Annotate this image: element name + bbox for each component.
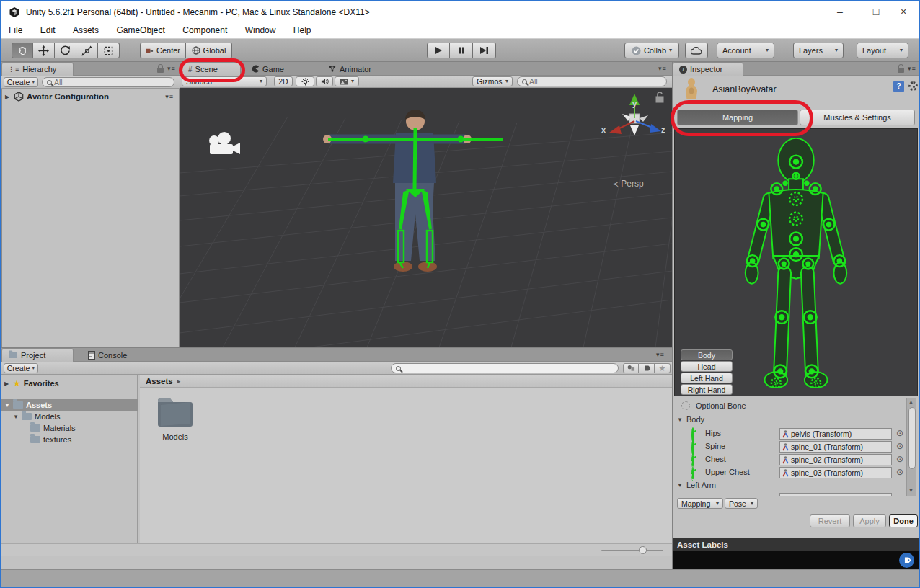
lighting-toggle-button[interactable] xyxy=(296,76,314,86)
tab-mapping[interactable]: Mapping xyxy=(677,110,798,125)
pause-button[interactable] xyxy=(450,43,473,58)
mapping-menu-button[interactable]: Mapping▾ xyxy=(677,498,723,509)
hand-tool-button[interactable] xyxy=(12,43,33,58)
thumbnail-zoom-slider-thumb[interactable] xyxy=(639,546,647,554)
hierarchy-create-button[interactable]: Create▾ xyxy=(4,77,38,87)
rect-tool-button[interactable] xyxy=(98,43,120,58)
tab-hierarchy[interactable]: ⋮≡ Hierarchy xyxy=(1,62,74,76)
asset-grid[interactable]: Models xyxy=(140,388,672,543)
step-button[interactable] xyxy=(473,43,496,58)
body-part-button-left-hand[interactable]: Left Hand xyxy=(681,373,733,383)
scroll-down-icon[interactable]: ▼ xyxy=(908,488,914,493)
maximize-button[interactable]: □ xyxy=(861,1,891,22)
inspector-lock-icon[interactable] xyxy=(898,68,904,73)
minimize-button[interactable]: – xyxy=(825,1,855,22)
tag-icon xyxy=(643,365,650,372)
tree-item-assets[interactable]: ▼ Assets xyxy=(1,399,138,411)
close-button[interactable]: × xyxy=(888,1,919,22)
perspective-toggle[interactable]: ≺ Persp xyxy=(612,179,644,189)
menu-assets[interactable]: Assets xyxy=(66,23,106,37)
hierarchy-item-avatar-configuration[interactable]: ▶ Avatar Configuration ▾≡ xyxy=(5,91,178,102)
gear-icon[interactable] xyxy=(908,81,918,91)
asset-item-models-folder[interactable]: Models xyxy=(153,396,198,453)
tab-project[interactable]: Project xyxy=(1,348,74,362)
tab-console[interactable]: Console xyxy=(82,348,149,362)
tab-scene[interactable]: # Scene xyxy=(182,62,241,76)
layout-dropdown[interactable]: Layout ▾ xyxy=(857,43,908,58)
breadcrumb-assets[interactable]: Assets xyxy=(146,377,173,386)
axis-x-label[interactable]: x xyxy=(601,125,606,134)
object-picker-icon[interactable]: ⊙ xyxy=(896,428,903,438)
body-part-button-right-hand[interactable]: Right Hand xyxy=(681,384,733,395)
revert-button[interactable]: Revert xyxy=(810,514,850,527)
hierarchy-search-input[interactable]: All xyxy=(42,77,174,87)
bone-object-field[interactable]: spine_01 (Transform) xyxy=(779,441,892,453)
body-part-button-body[interactable]: Body xyxy=(681,349,733,360)
rotate-tool-button[interactable] xyxy=(55,43,76,58)
bone-list-scrollbar[interactable]: ▲ ▼ xyxy=(906,398,916,496)
help-icon[interactable]: ? xyxy=(893,81,904,92)
menu-gameobject[interactable]: GameObject xyxy=(109,23,172,37)
tree-item-materials[interactable]: Materials xyxy=(30,422,136,434)
2d-toggle-button[interactable]: 2D xyxy=(274,76,293,86)
body-part-button-head[interactable]: Head xyxy=(681,361,733,372)
search-by-type-button[interactable] xyxy=(623,363,639,373)
menu-file[interactable]: File xyxy=(1,23,30,37)
axis-z-label[interactable]: z xyxy=(661,125,665,134)
menu-edit[interactable]: Edit xyxy=(33,23,63,37)
project-panel-menu-icon[interactable]: ▾≡ xyxy=(656,351,665,358)
bone-object-field[interactable]: spine_02 (Transform) xyxy=(779,454,892,466)
object-picker-icon[interactable]: ⊙ xyxy=(896,454,903,464)
audio-toggle-button[interactable] xyxy=(316,76,333,86)
scene-viewport[interactable]: ≺ Persp y x z xyxy=(180,88,672,347)
tab-game[interactable]: Game xyxy=(246,62,306,76)
account-dropdown[interactable]: Account ▾ xyxy=(717,43,774,58)
pivot-toggle-button[interactable]: Center xyxy=(140,43,186,58)
tree-item-textures[interactable]: textures xyxy=(30,434,136,445)
cloud-button[interactable] xyxy=(685,43,708,58)
project-create-button[interactable]: Create▾ xyxy=(4,363,38,373)
gizmos-dropdown[interactable]: Gizmos▾ xyxy=(472,76,513,86)
tab-inspector[interactable]: i Inspector xyxy=(673,62,743,76)
favorites-filter-button[interactable]: ★ xyxy=(655,363,671,373)
scene-search-input[interactable]: All xyxy=(517,76,667,86)
tab-animator[interactable]: Animator xyxy=(322,62,394,76)
apply-button[interactable]: Apply xyxy=(853,514,886,527)
object-picker-icon[interactable]: ⊙ xyxy=(896,467,903,477)
thumbnail-zoom-slider-track[interactable] xyxy=(601,550,663,551)
project-search-input[interactable] xyxy=(391,363,619,373)
pose-menu-button[interactable]: Pose▾ xyxy=(725,498,758,509)
item-menu-icon[interactable]: ▾≡ xyxy=(165,93,174,100)
bone-object-field[interactable]: pelvis (Transform) xyxy=(779,428,892,440)
inspector-panel-menu-icon[interactable]: ▾≡ xyxy=(908,65,916,72)
play-button[interactable] xyxy=(427,43,450,58)
move-tool-button[interactable] xyxy=(33,43,55,58)
menu-help[interactable]: Help xyxy=(286,23,319,37)
tree-item-favorites[interactable]: ▶ ★ Favorites xyxy=(4,378,134,389)
menu-window[interactable]: Window xyxy=(238,23,283,37)
scale-tool-button[interactable] xyxy=(76,43,98,58)
space-toggle-button[interactable]: Global xyxy=(186,43,232,58)
hierarchy-panel-menu-icon[interactable]: ▾≡ xyxy=(167,65,176,72)
expand-icon[interactable]: ▶ xyxy=(5,94,11,100)
bone-object-field[interactable]: spine_03 (Transform) xyxy=(779,467,892,478)
tab-muscles-settings[interactable]: Muscles & Settings xyxy=(800,110,915,125)
done-button[interactable]: Done xyxy=(889,514,918,527)
effects-dropdown-button[interactable]: ▾ xyxy=(335,76,359,86)
scroll-up-icon[interactable]: ▲ xyxy=(908,399,914,404)
layers-dropdown[interactable]: Layers ▾ xyxy=(793,43,844,58)
lock-icon[interactable] xyxy=(157,68,164,73)
section-body-header[interactable]: ▼ Body xyxy=(677,415,704,424)
search-by-label-button[interactable] xyxy=(639,363,655,373)
label-tag-button[interactable] xyxy=(899,553,914,568)
collab-button[interactable]: Collab ▾ xyxy=(624,43,679,58)
tree-item-models[interactable]: ▼ Models xyxy=(13,411,136,422)
asset-labels-header[interactable]: Asset Labels xyxy=(673,538,919,551)
object-picker-icon[interactable]: ⊙ xyxy=(896,441,903,451)
menu-component[interactable]: Component xyxy=(175,23,234,37)
axis-y-label[interactable]: y xyxy=(632,99,637,108)
scrollbar-thumb[interactable] xyxy=(908,407,916,469)
scene-panel-menu-icon[interactable]: ▾≡ xyxy=(658,65,667,72)
shading-mode-dropdown[interactable]: Shaded▾ xyxy=(182,76,267,86)
section-left-arm-header[interactable]: ▼ Left Arm xyxy=(677,481,716,489)
